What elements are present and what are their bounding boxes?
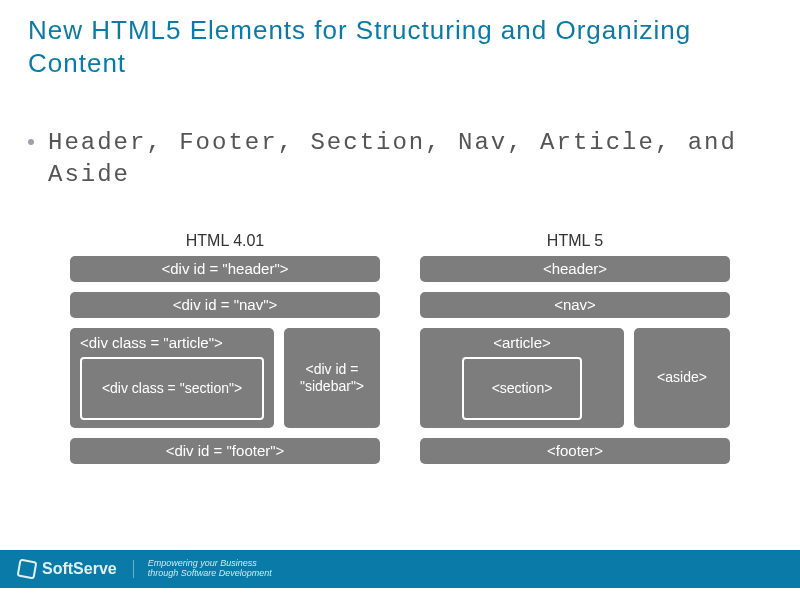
diagram: HTML 4.01 <div id = "header"> <div id = … — [0, 232, 800, 464]
html4-sidebar-box: <div id = "sidebar"> — [284, 328, 380, 428]
brand-tagline: Empowering your Business through Softwar… — [134, 559, 272, 579]
col-heading-html4: HTML 4.01 — [186, 232, 265, 250]
html4-footer-box: <div id = "footer"> — [70, 438, 380, 464]
slide-title: New HTML5 Elements for Structuring and O… — [0, 0, 800, 79]
html5-mid-row: <article> <section> <aside> — [420, 328, 730, 428]
html5-nav-box: <nav> — [420, 292, 730, 318]
html5-stack: <header> <nav> <article> <section> <asid… — [420, 256, 730, 464]
brand: SoftServe — [18, 560, 134, 578]
html4-header-box: <div id = "header"> — [70, 256, 380, 282]
html4-mid-row: <div class = "article"> <div class = "se… — [70, 328, 380, 428]
html4-nav-box: <div id = "nav"> — [70, 292, 380, 318]
html5-header-box: <header> — [420, 256, 730, 282]
bullet-row: Header, Footer, Section, Nav, Article, a… — [0, 79, 800, 192]
brand-logo-icon — [17, 559, 38, 580]
html4-stack: <div id = "header"> <div id = "nav"> <di… — [70, 256, 380, 464]
html5-article-box: <article> <section> — [420, 328, 624, 428]
slide-footer-bar: SoftServe Empowering your Business throu… — [0, 550, 800, 588]
brand-name: SoftServe — [42, 560, 117, 578]
html5-aside-box: <aside> — [634, 328, 730, 428]
html4-article-box: <div class = "article"> <div class = "se… — [70, 328, 274, 428]
diagram-col-html5: HTML 5 <header> <nav> <article> <section… — [420, 232, 730, 464]
col-heading-html5: HTML 5 — [547, 232, 603, 250]
tagline-line-2: through Software Development — [148, 569, 272, 579]
bullet-dot-icon — [28, 139, 34, 145]
html5-section-box: <section> — [462, 357, 582, 420]
html5-footer-box: <footer> — [420, 438, 730, 464]
diagram-col-html4: HTML 4.01 <div id = "header"> <div id = … — [70, 232, 380, 464]
bullet-text: Header, Footer, Section, Nav, Article, a… — [48, 127, 772, 192]
html4-article-label: <div class = "article"> — [80, 334, 264, 351]
html5-article-label: <article> — [493, 334, 551, 351]
html4-section-box: <div class = "section"> — [80, 357, 264, 420]
